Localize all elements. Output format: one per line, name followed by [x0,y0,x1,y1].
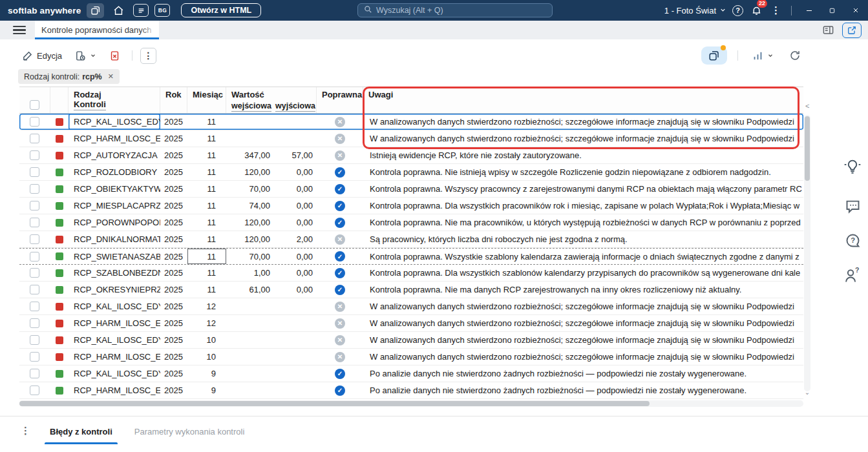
cell-rodzaj-kontroli[interactable]: RCP_KAL_ILOSC_EDYCJI [69,114,160,130]
row-checkbox[interactable] [30,167,39,177]
cell-rodzaj-kontroli[interactable]: RCP_SZABLONBEZDNI [69,265,160,281]
bottom-tab-bledy-z-kontroli[interactable]: Błędy z kontroli [47,423,115,444]
table-row[interactable]: RCP_KAL_ILOSC_EDYCJI20259✓Po analizie da… [19,365,803,382]
cell-miesiac[interactable]: 11 [187,164,226,180]
hamburger-menu-icon[interactable] [13,21,26,39]
table-row[interactable]: RCP_OKRESYNIEPRZYPIS20251161,000,00✓Kont… [19,282,803,298]
cell-wartosc-wyjsciowa[interactable] [275,382,317,398]
row-checkbox[interactable] [30,234,39,244]
help-icon[interactable]: ? [732,5,743,16]
table-row[interactable]: RCP_MIESPLACAPRZESUN20251174,000,00✓Kont… [19,198,803,214]
cell-rok[interactable]: 2025 [160,114,187,130]
cell-rodzaj-kontroli[interactable]: RCP_HARM_ILOSC_EDYCJ [69,130,160,147]
cell-rok[interactable]: 2025 [160,181,187,197]
cell-rok[interactable]: 2025 [160,130,187,147]
table-row[interactable]: RCP_HARM_ILOSC_EDYCJ202512✕W analizowany… [19,315,803,332]
table-row[interactable]: RCP_KAL_ILOSC_EDYCJI202512✕W analizowany… [19,298,803,315]
filter-chip[interactable]: Rodzaj kontroli: rcp% ✕ [18,69,120,84]
cell-miesiac[interactable]: 12 [187,315,226,331]
cell-uwagi[interactable]: W analizowanych danych stwierdzono rozbi… [363,298,803,314]
header-uwagi[interactable]: Uwagi [363,87,803,113]
table-row[interactable]: RCP_POROWNPOPOKRESO202511120,000,00✓Kont… [19,214,803,231]
header-rok[interactable]: Rok [160,87,187,113]
header-poprawna[interactable]: Poprawna [317,87,363,113]
cell-uwagi[interactable]: Kontrola poprawna. Nie istnieją wpisy w … [363,164,803,180]
cell-uwagi[interactable]: Po analizie danych nie stwierdzono żadny… [363,382,803,398]
profile-dropdown[interactable]: 1 - Foto Świat [664,6,726,15]
edit-button[interactable]: Edycja [18,48,66,64]
cell-miesiac[interactable]: 10 [187,332,226,348]
cell-wartosc-wyjsciowa[interactable] [275,315,317,331]
cell-wartosc-wyjsciowa[interactable] [275,298,317,314]
cell-miesiac[interactable]: 11 [187,214,226,231]
table-row[interactable]: RCP_ROZLODBIORY202511120,000,00✓Kontrola… [19,164,803,181]
cell-wartosc-wejsciowa[interactable]: 70,00 [226,249,275,264]
cell-rodzaj-kontroli[interactable]: RCP_KAL_ILOSC_EDYCJI [69,298,160,314]
header-wartosc[interactable]: Wartość wejściowa wyjściowa [226,87,317,113]
cell-miesiac[interactable]: 11 [187,231,226,247]
table-row[interactable]: RCP_KAL_ILOSC_EDYCJI202510✕W analizowany… [19,332,803,349]
cell-wartosc-wejsciowa[interactable] [226,382,275,398]
cell-wartosc-wejsciowa[interactable]: 347,00 [226,147,275,163]
row-checkbox[interactable] [30,184,39,194]
cell-uwagi[interactable]: Kontrola poprawna. Nie ma danych RCP zar… [363,282,803,298]
cell-wartosc-wyjsciowa[interactable]: 0,00 [275,181,317,197]
cell-miesiac[interactable]: 11 [187,198,226,214]
cell-rok[interactable]: 2025 [160,265,187,281]
cell-wartosc-wyjsciowa[interactable]: 0,00 [275,265,317,281]
cell-rok[interactable]: 2025 [160,164,187,180]
cell-miesiac[interactable]: 9 [187,382,226,398]
close-icon[interactable] [847,3,864,17]
cell-miesiac[interactable]: 11 [187,147,226,163]
table-row[interactable]: RCP_OBIEKTYAKTYWNE20251170,000,00✓Kontro… [19,181,803,198]
cell-miesiac[interactable]: 12 [187,298,226,314]
cell-wartosc-wejsciowa[interactable] [226,298,275,314]
cell-rodzaj-kontroli[interactable]: RCP_MIESPLACAPRZESUN [69,198,160,214]
vertical-scrollbar-thumb[interactable] [805,116,810,181]
cell-miesiac[interactable]: 11 [187,181,226,197]
row-checkbox[interactable] [30,385,39,395]
cell-wartosc-wejsciowa[interactable] [226,332,275,348]
cell-uwagi[interactable]: Są pracownicy, których liczba dni robocz… [363,231,803,247]
row-checkbox[interactable] [30,335,39,345]
cell-rodzaj-kontroli[interactable]: RCP_OBIEKTYAKTYWNE [69,181,160,197]
cell-wartosc-wyjsciowa[interactable]: 0,00 [275,282,317,298]
row-checkbox[interactable] [30,318,39,328]
cell-rodzaj-kontroli[interactable]: RCP_DNIKALNORMATYWN [69,231,160,247]
hint-lightbulb-icon[interactable] [842,155,863,176]
row-checkbox[interactable] [30,117,39,127]
row-checkbox[interactable] [30,201,39,211]
cell-uwagi[interactable]: Kontrola poprawna. Wszystkie szablony ka… [363,249,803,264]
cell-miesiac[interactable]: 9 [187,365,226,382]
cell-wartosc-wyjsciowa[interactable]: 0,00 [275,249,317,264]
cell-uwagi[interactable]: W analizowanych danych stwierdzono rozbi… [363,349,803,365]
row-checkbox[interactable] [30,268,39,278]
kebab-icon[interactable]: ⋮ [769,5,783,16]
delete-button[interactable] [105,48,124,64]
help-bubble-icon[interactable]: ? [842,230,863,251]
bottom-kebab-icon[interactable]: ⋮ [21,425,30,437]
cell-wartosc-wyjsciowa[interactable] [275,349,317,365]
row-checkbox[interactable] [30,352,39,362]
cell-rok[interactable]: 2025 [160,365,187,382]
history-dropdown-button[interactable] [71,48,100,64]
cell-uwagi[interactable]: W analizowanych danych stwierdzono rozbi… [363,114,803,130]
board-panel-icon[interactable] [822,24,834,36]
cell-uwagi[interactable]: Kontrola poprawna. Nie ma pracowników, u… [363,214,803,231]
cell-rok[interactable]: 2025 [160,298,187,314]
forms-icon[interactable] [133,4,149,17]
cell-rodzaj-kontroli[interactable]: RCP_OKRESYNIEPRZYPIS [69,282,160,298]
chevron-left-icon[interactable]: < [805,102,809,110]
table-row[interactable]: RCP_KAL_ILOSC_EDYCJI202511✕W analizowany… [19,114,803,130]
row-checkbox[interactable] [30,134,39,143]
cell-wartosc-wyjsciowa[interactable] [275,130,317,147]
cell-wartosc-wyjsciowa[interactable] [275,365,317,382]
chart-dropdown-button[interactable] [748,48,778,64]
minimize-icon[interactable] [800,3,818,17]
bg-icon[interactable]: BG [154,4,170,17]
table-row[interactable]: RCP_DNIKALNORMATYWN202511120,002,00✕Są p… [19,231,803,248]
row-checkbox[interactable] [30,150,39,160]
cell-uwagi[interactable]: W analizowanych danych stwierdzono rozbi… [363,130,803,147]
cell-wartosc-wyjsciowa[interactable] [275,114,317,130]
cell-rok[interactable]: 2025 [160,332,187,348]
